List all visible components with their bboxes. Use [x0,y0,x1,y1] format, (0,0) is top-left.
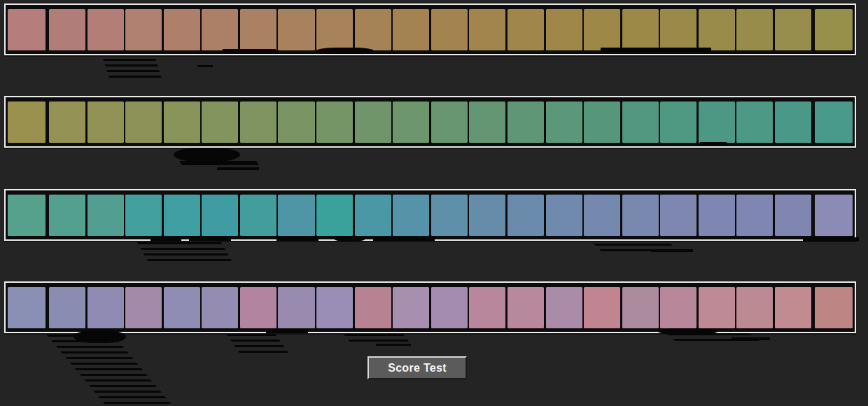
movable-cap-tile[interactable] [584,9,620,50]
movable-cap-tile[interactable] [355,102,391,143]
movable-cap-tile[interactable] [125,195,162,236]
movable-cap-tile[interactable] [355,195,391,236]
drag-artifact [217,167,259,170]
movable-cap-tile[interactable] [49,9,85,50]
movable-cap-tile[interactable] [699,195,735,236]
movable-cap-tile[interactable] [622,287,659,328]
drag-artifact [316,48,374,54]
movable-cap-tile[interactable] [431,287,468,328]
movable-cap-tile[interactable] [431,9,468,50]
movable-cap-tile[interactable] [202,195,238,236]
movable-caps-track [49,195,811,236]
drag-artifact [189,236,231,241]
movable-cap-tile[interactable] [622,9,659,50]
movable-cap-tile[interactable] [736,102,773,143]
movable-cap-tile[interactable] [660,195,696,236]
movable-cap-tile[interactable] [736,195,773,236]
fixed-cap-tile [8,195,46,236]
movable-cap-tile[interactable] [164,9,200,50]
movable-cap-tile[interactable] [278,102,314,143]
movable-cap-tile[interactable] [393,287,429,328]
movable-cap-tile[interactable] [622,195,659,236]
movable-cap-tile[interactable] [775,9,811,50]
movable-cap-tile[interactable] [469,9,505,50]
movable-cap-tile[interactable] [775,102,811,143]
movable-cap-tile[interactable] [469,102,505,143]
movable-cap-tile[interactable] [546,195,582,236]
drag-artifact [732,337,770,340]
movable-cap-tile[interactable] [278,195,314,236]
movable-cap-tile[interactable] [431,195,468,236]
movable-cap-tile[interactable] [240,195,276,236]
movable-cap-tile[interactable] [49,287,85,328]
movable-cap-tile[interactable] [622,102,659,143]
movable-cap-tile[interactable] [88,195,124,236]
movable-cap-tile[interactable] [164,195,200,236]
app-canvas: { "app": { "colors": { "background": "#2… [0,0,868,406]
movable-cap-tile[interactable] [469,287,505,328]
movable-cap-tile[interactable] [355,287,391,328]
movable-cap-tile[interactable] [202,287,238,328]
movable-cap-tile[interactable] [507,195,544,236]
drag-artifact [137,242,234,265]
drag-artifact [334,236,365,241]
movable-cap-tile[interactable] [736,9,773,50]
cap-tray-row-4 [4,281,856,333]
movable-cap-tile[interactable] [316,287,353,328]
movable-cap-tile[interactable] [240,102,276,143]
movable-cap-tile[interactable] [507,287,544,328]
drag-artifact [223,49,276,53]
movable-cap-tile[interactable] [775,195,811,236]
drag-artifact [601,48,711,52]
movable-cap-tile[interactable] [88,102,124,143]
fixed-cap-tile [8,287,46,328]
movable-cap-tile[interactable] [164,102,200,143]
drag-artifact [150,237,181,241]
movable-cap-tile[interactable] [316,195,353,236]
movable-cap-tile[interactable] [240,9,276,50]
movable-cap-tile[interactable] [88,9,124,50]
movable-cap-tile[interactable] [164,287,200,328]
drag-artifact [651,249,693,252]
movable-cap-tile[interactable] [736,287,773,328]
movable-cap-tile[interactable] [393,102,429,143]
movable-cap-tile[interactable] [660,9,696,50]
movable-cap-tile[interactable] [660,287,696,328]
movable-cap-tile[interactable] [202,102,238,143]
movable-cap-tile[interactable] [278,287,314,328]
movable-cap-tile[interactable] [775,287,811,328]
movable-cap-tile[interactable] [469,195,505,236]
movable-cap-tile[interactable] [125,102,162,143]
movable-cap-tile[interactable] [316,102,353,143]
movable-cap-tile[interactable] [393,9,429,50]
movable-cap-tile[interactable] [660,102,696,143]
movable-cap-tile[interactable] [584,287,620,328]
movable-cap-tile[interactable] [699,9,735,50]
movable-cap-tile[interactable] [699,287,735,328]
movable-cap-tile[interactable] [507,9,544,50]
fixed-cap-tile [815,287,853,328]
drag-artifact [226,334,289,354]
movable-cap-tile[interactable] [507,102,544,143]
movable-cap-tile[interactable] [431,102,468,143]
movable-cap-tile[interactable] [88,287,124,328]
movable-cap-tile[interactable] [546,102,582,143]
movable-cap-tile[interactable] [546,287,582,328]
movable-cap-tile[interactable] [355,9,391,50]
movable-cap-tile[interactable] [240,287,276,328]
movable-cap-tile[interactable] [125,9,162,50]
score-test-button[interactable]: Score Test [368,356,467,379]
cap-tray-row-1 [4,4,856,55]
movable-cap-tile[interactable] [393,195,429,236]
movable-cap-tile[interactable] [584,195,620,236]
movable-cap-tile[interactable] [202,9,238,50]
movable-cap-tile[interactable] [316,9,353,50]
cap-tray-row-2 [4,96,856,148]
movable-cap-tile[interactable] [546,9,582,50]
movable-cap-tile[interactable] [699,102,735,143]
movable-cap-tile[interactable] [125,287,162,328]
movable-cap-tile[interactable] [584,102,620,143]
movable-cap-tile[interactable] [49,102,85,143]
movable-cap-tile[interactable] [49,195,85,236]
movable-cap-tile[interactable] [278,9,314,50]
